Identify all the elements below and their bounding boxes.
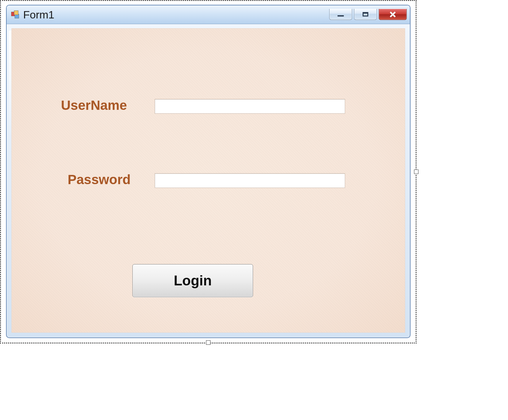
login-button[interactable]: Login xyxy=(132,264,253,297)
designer-canvas: Form1 UserName Password Login xyxy=(0,0,417,343)
client-area: UserName Password Login xyxy=(11,28,405,333)
maximize-button[interactable] xyxy=(354,9,377,20)
window-chrome: UserName Password Login xyxy=(7,24,409,337)
password-label: Password xyxy=(68,172,130,187)
maximize-icon xyxy=(363,12,368,17)
close-icon xyxy=(389,11,396,17)
form-window: Form1 UserName Password Login xyxy=(6,5,411,338)
resize-handle-bottom[interactable] xyxy=(206,340,211,345)
resize-handle-right[interactable] xyxy=(414,170,418,174)
title-bar[interactable]: Form1 xyxy=(7,5,410,24)
window-title: Form1 xyxy=(23,9,329,21)
username-label: UserName xyxy=(61,98,127,113)
username-input[interactable] xyxy=(155,99,345,114)
minimize-button[interactable] xyxy=(329,9,352,20)
close-button[interactable] xyxy=(379,9,407,20)
minimize-icon xyxy=(338,15,344,17)
form-icon xyxy=(11,10,19,19)
caption-buttons xyxy=(329,9,407,20)
password-input[interactable] xyxy=(155,173,345,188)
